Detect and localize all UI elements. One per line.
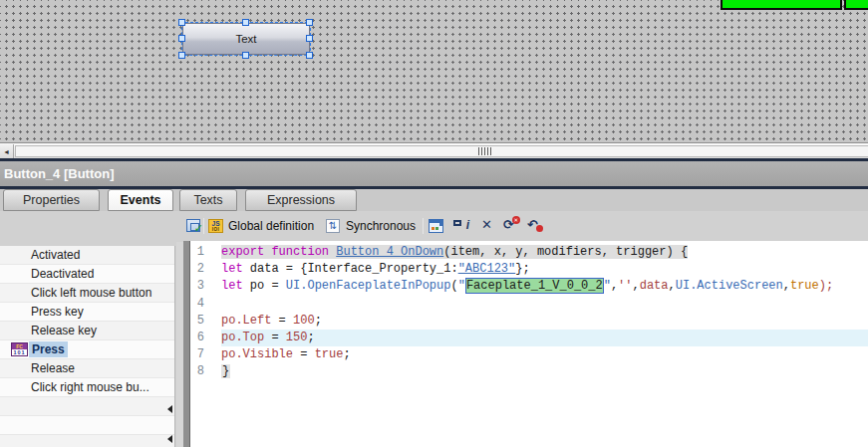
script-toolbar: ✓ JSIOI Global definition ⇅ Synchronous …	[0, 216, 868, 240]
code-line-content: export function Button_4_OnDown(item, x,…	[221, 244, 868, 261]
panel-splitter[interactable]	[183, 241, 190, 447]
code-lines: 1export function Button_4_OnDown(item, x…	[190, 244, 868, 381]
canvas-hscrollbar[interactable]: ◄	[0, 142, 868, 158]
code-line-8[interactable]: 8}	[190, 363, 868, 380]
event-item-label: Click right mouse bu...	[31, 380, 149, 394]
snippets-grid-icon[interactable]	[429, 219, 443, 233]
code-line-3[interactable]: 3let po = UI.OpenFaceplateInPopup("Facep…	[190, 278, 868, 295]
scroll-left-button[interactable]: ◄	[0, 144, 14, 159]
code-line-content: po.Visible = true;	[221, 346, 868, 363]
toolbar-separator	[203, 218, 204, 234]
code-line-1[interactable]: 1export function Button_4_OnDown(item, x…	[190, 244, 868, 261]
tab-texts[interactable]: Texts	[179, 189, 237, 211]
line-number: 5	[190, 313, 204, 330]
synchronous-button[interactable]: Synchronous	[346, 217, 416, 235]
tab-properties[interactable]: Properties	[3, 189, 100, 211]
selection-handle-sw[interactable]	[178, 52, 185, 59]
selection-handle-n[interactable]	[242, 19, 249, 26]
selection-handle-ne[interactable]	[306, 19, 313, 26]
code-line-content: let po = UI.OpenFaceplateInPopup("Facepl…	[221, 278, 868, 295]
code-line-content: po.Left = 100;	[221, 313, 868, 330]
toolbar-separator-2	[423, 218, 424, 234]
event-empty-row	[0, 397, 174, 416]
code-line-4[interactable]: 4	[190, 296, 868, 313]
interface-properties-icon[interactable]: i	[453, 219, 471, 233]
panel-scroll-arrow-icon-2[interactable]	[167, 435, 172, 443]
splitter-grip[interactable]	[478, 147, 491, 155]
delete-icon[interactable]: ✕	[481, 217, 492, 232]
tab-expressions[interactable]: Expressions	[245, 189, 357, 211]
line-number: 8	[190, 363, 204, 380]
function-icon: FC101	[11, 342, 28, 356]
green-widget-partial[interactable]	[721, 0, 842, 10]
tabstrip: Properties Events Texts Expressions	[0, 189, 868, 211]
event-item-click-right-mouse-bu-[interactable]: Click right mouse bu...	[0, 378, 174, 397]
event-item-label: Click left mouse button	[31, 286, 151, 300]
inspector-titlebar: Button_4 [Button]	[0, 161, 868, 186]
events-panel: ✓ JSIOI Global definition ⇅ Synchronous …	[0, 211, 868, 447]
button-widget-label: Text	[235, 33, 256, 45]
event-list: ActivatedDeactivatedClick left mouse but…	[0, 246, 175, 447]
tab-events[interactable]: Events	[108, 189, 173, 211]
code-line-content: po.Top = 150;	[221, 330, 868, 346]
selection-handle-s[interactable]	[242, 52, 249, 59]
code-editor[interactable]: 1export function Button_4_OnDown(item, x…	[190, 241, 868, 447]
scroll-left-icon: ◄	[3, 148, 10, 155]
event-item-label: Release	[31, 361, 75, 375]
design-canvas[interactable]: Text	[0, 0, 868, 142]
error-badge-icon: ✕	[512, 216, 520, 224]
selection-handle-w[interactable]	[178, 35, 185, 42]
code-line-content	[221, 296, 868, 313]
event-item-deactivated[interactable]: Deactivated	[0, 265, 174, 284]
inspector-title: Button_4 [Button]	[4, 166, 114, 181]
line-number: 3	[190, 278, 204, 295]
line-number: 4	[190, 296, 204, 313]
green-widget-partial-2[interactable]	[844, 0, 868, 10]
event-item-label: Press	[29, 341, 68, 357]
hscroll-track[interactable]	[15, 145, 868, 157]
error-dot-icon	[536, 225, 543, 232]
event-item-label: Deactivated	[31, 267, 94, 281]
line-number: 7	[190, 346, 204, 363]
event-item-label: Press key	[31, 305, 84, 319]
synchronous-icon[interactable]: ⇅	[326, 219, 340, 233]
selection-handle-se[interactable]	[306, 52, 313, 59]
event-item-release[interactable]: Release	[0, 359, 174, 378]
panel-scroll-arrow-icon[interactable]	[167, 405, 172, 413]
code-line-content: }	[221, 363, 868, 380]
event-empty-row	[0, 435, 174, 447]
code-line-5[interactable]: 5po.Left = 100;	[190, 313, 868, 330]
selection-handle-nw[interactable]	[178, 19, 185, 26]
event-item-click-left-mouse-button[interactable]: Click left mouse button	[0, 284, 174, 303]
apply-script-icon[interactable]: ✓	[186, 219, 200, 232]
event-empty-row	[0, 416, 174, 435]
screen: Text ◄ Button_4 [Button] Properties Even…	[0, 0, 868, 447]
event-item-press[interactable]: FC101Press	[0, 340, 174, 359]
line-number: 1	[190, 244, 204, 261]
code-line-6[interactable]: 6po.Top = 150;	[190, 330, 868, 346]
button-widget[interactable]: Text	[182, 23, 310, 55]
highlighted-token: Faceplate_1_V_0_0_2	[465, 278, 604, 294]
panel-gap	[176, 242, 183, 447]
code-line-2[interactable]: 2let data = {Interface_Property_1:"ABC12…	[190, 261, 868, 278]
event-item-label: Activated	[31, 248, 80, 262]
global-definition-icon[interactable]: JSIOI	[208, 219, 223, 233]
global-definition-button[interactable]: Global definition	[228, 217, 314, 235]
redo-error-icon[interactable]: ⟳ ✕	[503, 217, 514, 232]
event-item-activated[interactable]: Activated	[0, 246, 174, 265]
line-number: 2	[190, 261, 204, 278]
selection-handle-e[interactable]	[306, 35, 313, 42]
event-item-press-key[interactable]: Press key	[0, 303, 174, 322]
line-number: 6	[190, 330, 204, 346]
goto-error-icon[interactable]: ↶	[527, 217, 538, 232]
event-item-release-key[interactable]: Release key	[0, 322, 174, 340]
event-item-label: Release key	[31, 324, 97, 337]
code-line-content: let data = {Interface_Property_1:"ABC123…	[221, 261, 868, 278]
code-line-7[interactable]: 7po.Visible = true;	[190, 346, 868, 363]
